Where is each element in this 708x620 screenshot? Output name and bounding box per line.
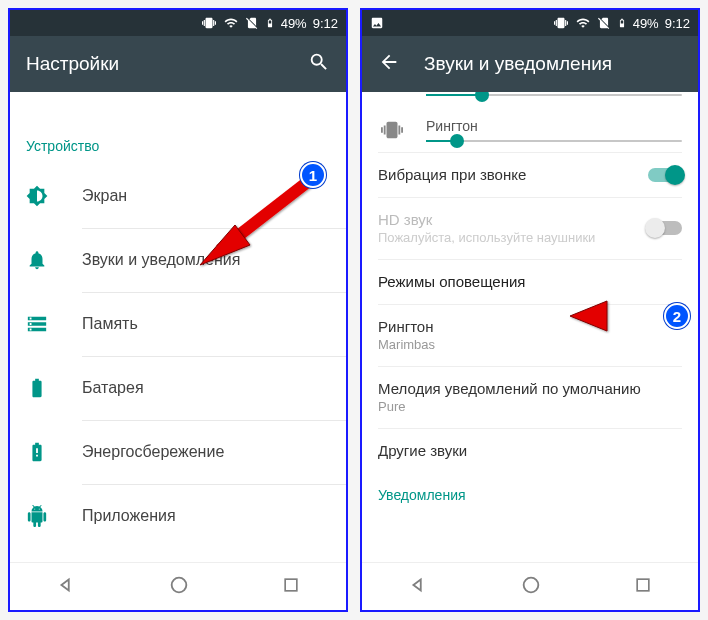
item-label: Приложения [82, 507, 176, 525]
svg-rect-1 [285, 579, 297, 591]
wifi-icon [575, 16, 591, 30]
row-alert-modes[interactable]: Режимы оповещения [362, 259, 698, 304]
phone-left: 49% 9:12 Настройки Устройство Экран Звук… [8, 8, 348, 612]
nav-recent[interactable] [633, 575, 653, 599]
item-storage[interactable]: Память [10, 292, 346, 356]
switch-hd [648, 221, 682, 235]
section-header-notifications: Уведомления [362, 473, 698, 507]
item-power[interactable]: Энергосбережение [10, 420, 346, 484]
bell-icon [26, 249, 82, 271]
status-bar: 49% 9:12 [362, 10, 698, 36]
brightness-icon [26, 185, 82, 207]
row-other-sounds[interactable]: Другие звуки [362, 428, 698, 473]
app-bar: Настройки [10, 36, 346, 92]
item-screen[interactable]: Экран [10, 164, 346, 228]
screenshot-icon [370, 16, 384, 30]
battery-icon [617, 16, 627, 30]
vibrate-icon [201, 16, 217, 30]
page-title: Настройки [26, 53, 284, 75]
nav-bar [10, 562, 346, 610]
item-label: Звуки и уведомления [82, 251, 240, 269]
svg-rect-3 [637, 579, 649, 591]
nav-back[interactable] [55, 574, 77, 600]
item-battery[interactable]: Батарея [10, 356, 346, 420]
item-label: Экран [82, 187, 127, 205]
item-label: Память [82, 315, 138, 333]
item-apps[interactable]: Приложения [10, 484, 346, 548]
switch-vibrate[interactable] [648, 168, 682, 182]
battery-icon [26, 377, 82, 399]
content: Рингтон Вибрация при звонке HD звук Пожа… [362, 92, 698, 562]
vibrate-icon [553, 16, 569, 30]
android-icon [26, 505, 82, 527]
content: Устройство Экран Звуки и уведомления Пам… [10, 92, 346, 562]
battery-icon [265, 16, 275, 30]
row-ringtone[interactable]: Рингтон Marimbas [362, 304, 698, 366]
page-title: Звуки и уведомления [424, 53, 682, 75]
slider-label: Рингтон [426, 118, 682, 134]
no-sim-icon [245, 16, 259, 30]
vibrate-icon [378, 119, 406, 141]
slider-media[interactable] [362, 92, 698, 110]
section-header-device: Устройство [10, 120, 346, 164]
wifi-icon [223, 16, 239, 30]
nav-back[interactable] [407, 574, 429, 600]
nav-bar [362, 562, 698, 610]
battery-text: 49% [281, 16, 307, 31]
storage-icon [26, 313, 82, 335]
nav-home[interactable] [520, 574, 542, 600]
row-hd-sound: HD звук Пожалуйста, используйте наушники [362, 197, 698, 259]
app-bar: Звуки и уведомления [362, 36, 698, 92]
svg-point-0 [172, 577, 187, 592]
phone-right: 49% 9:12 Звуки и уведомления Рингтон [360, 8, 700, 612]
clock-text: 9:12 [313, 16, 338, 31]
nav-home[interactable] [168, 574, 190, 600]
item-label: Батарея [82, 379, 144, 397]
no-sim-icon [597, 16, 611, 30]
nav-recent[interactable] [281, 575, 301, 599]
battery-text: 49% [633, 16, 659, 31]
item-sounds[interactable]: Звуки и уведомления [10, 228, 346, 292]
status-bar: 49% 9:12 [10, 10, 346, 36]
power-save-icon [26, 441, 82, 463]
row-vibrate-on-call[interactable]: Вибрация при звонке [362, 152, 698, 197]
clock-text: 9:12 [665, 16, 690, 31]
row-default-notification[interactable]: Мелодия уведомлений по умолчанию Pure [362, 366, 698, 428]
search-icon[interactable] [308, 51, 330, 77]
svg-point-2 [524, 577, 539, 592]
back-icon[interactable] [378, 51, 400, 77]
item-label: Энергосбережение [82, 443, 224, 461]
slider-ringtone[interactable]: Рингтон [362, 110, 698, 152]
